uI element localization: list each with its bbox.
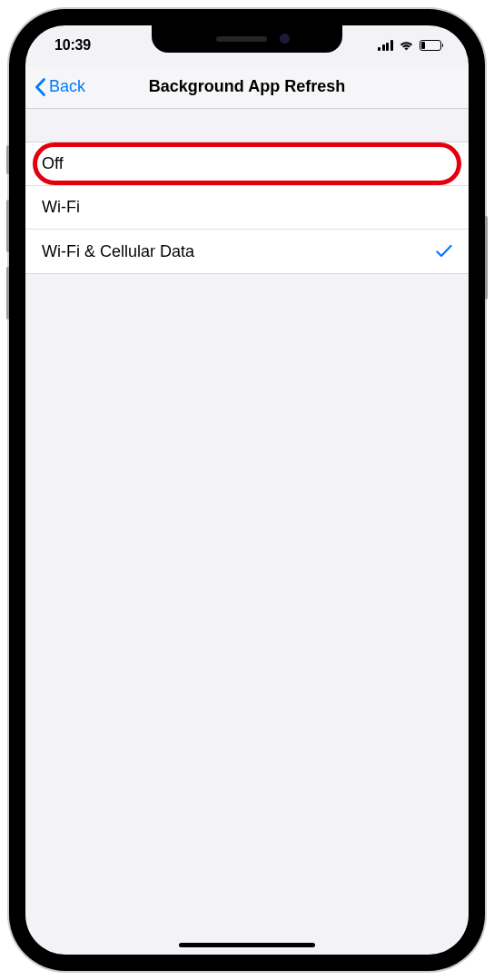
chevron-left-icon [35,78,45,96]
option-label: Wi-Fi & Cellular Data [42,242,194,261]
option-wifi-cellular[interactable]: Wi-Fi & Cellular Data [25,230,469,273]
options-list: Off Wi-Fi Wi-Fi & Cellular Data [25,142,469,274]
cellular-signal-icon [378,40,393,51]
option-label: Wi-Fi [42,198,80,217]
option-label: Off [42,154,64,173]
page-title: Background App Refresh [149,77,345,96]
notch [152,25,342,53]
back-label: Back [49,77,85,96]
option-off[interactable]: Off [25,142,469,186]
content-area: Off Wi-Fi Wi-Fi & Cellular Data [25,109,469,274]
volume-up-button [6,200,9,252]
status-time: 10:39 [54,37,91,54]
power-button [485,216,488,299]
checkmark-icon [436,244,452,259]
highlight-annotation [33,142,461,185]
back-button[interactable]: Back [35,77,85,96]
option-wifi[interactable]: Wi-Fi [25,186,469,230]
wifi-icon [399,40,414,51]
status-icons [378,40,443,51]
navigation-bar: Back Background App Refresh [25,65,469,109]
home-indicator[interactable] [179,943,315,947]
mute-switch [6,145,9,174]
screen: 10:39 [25,25,469,955]
volume-down-button [6,267,9,319]
battery-icon [420,40,444,51]
phone-frame: 10:39 [9,9,485,971]
